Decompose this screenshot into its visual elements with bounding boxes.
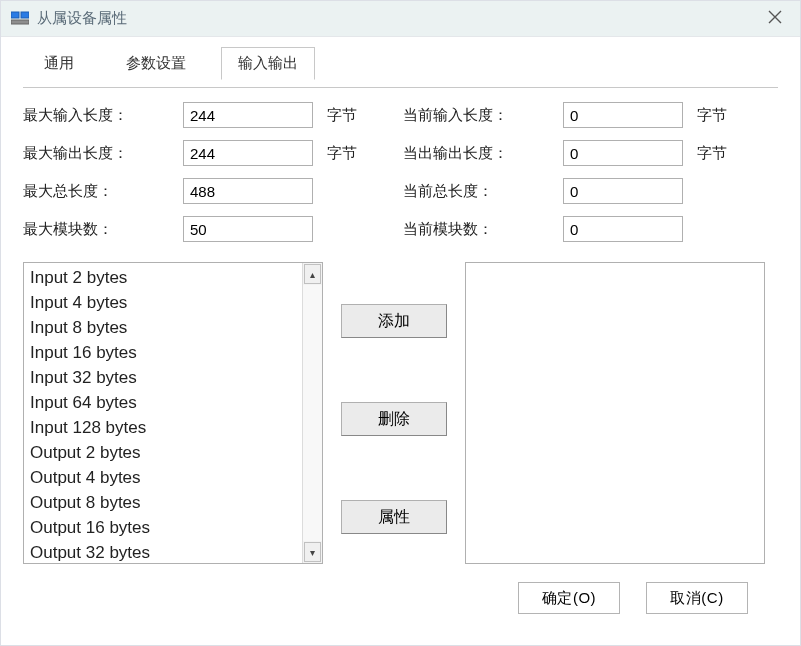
dialog-footer: 确定(O) 取消(C) bbox=[23, 564, 778, 630]
scroll-track[interactable] bbox=[303, 285, 322, 541]
window: 从属设备属性 通用 参数设置 输入输出 最大输入长度： 字节 当前输入长度： 字… bbox=[0, 0, 801, 646]
label-max-output-len: 最大输出长度： bbox=[23, 144, 183, 163]
list-item[interactable]: Input 2 bytes bbox=[28, 265, 298, 290]
lists-row: Input 2 bytes Input 4 bytes Input 8 byte… bbox=[23, 262, 778, 564]
available-modules-listbox[interactable]: Input 2 bytes Input 4 bytes Input 8 byte… bbox=[23, 262, 323, 564]
list-item[interactable]: Input 128 bytes bbox=[28, 415, 298, 440]
list-item[interactable]: Input 8 bytes bbox=[28, 315, 298, 340]
list-item[interactable]: Input 16 bytes bbox=[28, 340, 298, 365]
window-title: 从属设备属性 bbox=[37, 9, 127, 28]
label-max-total-len: 最大总长度： bbox=[23, 182, 183, 201]
unit-byte: 字节 bbox=[683, 144, 733, 163]
label-max-input-len: 最大输入长度： bbox=[23, 106, 183, 125]
label-max-modules: 最大模块数： bbox=[23, 220, 183, 239]
unit-byte: 字节 bbox=[313, 144, 363, 163]
svg-rect-2 bbox=[11, 20, 29, 24]
form-grid: 最大输入长度： 字节 当前输入长度： 字节 最大输出长度： 字节 当出输出长度：… bbox=[23, 102, 778, 242]
property-button[interactable]: 属性 bbox=[341, 500, 447, 534]
input-max-modules[interactable] bbox=[183, 216, 313, 242]
input-cur-input-len[interactable] bbox=[563, 102, 683, 128]
input-cur-output-len[interactable] bbox=[563, 140, 683, 166]
list-item[interactable]: Output 2 bytes bbox=[28, 440, 298, 465]
app-icon bbox=[11, 10, 29, 28]
selected-modules-listbox[interactable] bbox=[465, 262, 765, 564]
unit-byte: 字节 bbox=[683, 106, 733, 125]
list-item[interactable]: Output 4 bytes bbox=[28, 465, 298, 490]
list-item[interactable]: Output 16 bytes bbox=[28, 515, 298, 540]
add-button[interactable]: 添加 bbox=[341, 304, 447, 338]
list-item[interactable]: Output 32 bytes bbox=[28, 540, 298, 563]
svg-rect-1 bbox=[21, 12, 29, 18]
label-cur-modules: 当前模块数： bbox=[403, 220, 563, 239]
list-item[interactable]: Input 4 bytes bbox=[28, 290, 298, 315]
scroll-down-icon[interactable]: ▾ bbox=[304, 542, 321, 562]
close-icon[interactable] bbox=[760, 4, 790, 33]
label-cur-input-len: 当前输入长度： bbox=[403, 106, 563, 125]
ok-button[interactable]: 确定(O) bbox=[518, 582, 620, 614]
label-cur-total-len: 当前总长度： bbox=[403, 182, 563, 201]
unit-byte: 字节 bbox=[313, 106, 363, 125]
tabs-divider bbox=[23, 87, 778, 88]
tab-general[interactable]: 通用 bbox=[27, 47, 91, 80]
list-item[interactable]: Output 8 bytes bbox=[28, 490, 298, 515]
content: 通用 参数设置 输入输出 最大输入长度： 字节 当前输入长度： 字节 最大输出长… bbox=[1, 37, 800, 645]
delete-button[interactable]: 删除 bbox=[341, 402, 447, 436]
input-max-total-len[interactable] bbox=[183, 178, 313, 204]
tab-io[interactable]: 输入输出 bbox=[221, 47, 315, 80]
label-cur-output-len: 当出输出长度： bbox=[403, 144, 563, 163]
list-item[interactable]: Input 32 bytes bbox=[28, 365, 298, 390]
scroll-up-icon[interactable]: ▴ bbox=[304, 264, 321, 284]
svg-rect-0 bbox=[11, 12, 19, 18]
cancel-button[interactable]: 取消(C) bbox=[646, 582, 748, 614]
input-cur-total-len[interactable] bbox=[563, 178, 683, 204]
tab-param[interactable]: 参数设置 bbox=[109, 47, 203, 80]
input-max-output-len[interactable] bbox=[183, 140, 313, 166]
input-max-input-len[interactable] bbox=[183, 102, 313, 128]
scrollbar[interactable]: ▴ ▾ bbox=[302, 263, 322, 563]
available-modules-items: Input 2 bytes Input 4 bytes Input 8 byte… bbox=[24, 263, 302, 563]
tabs: 通用 参数设置 输入输出 bbox=[23, 47, 778, 80]
titlebar: 从属设备属性 bbox=[1, 1, 800, 37]
action-column: 添加 删除 属性 bbox=[341, 262, 447, 534]
input-cur-modules[interactable] bbox=[563, 216, 683, 242]
list-item[interactable]: Input 64 bytes bbox=[28, 390, 298, 415]
